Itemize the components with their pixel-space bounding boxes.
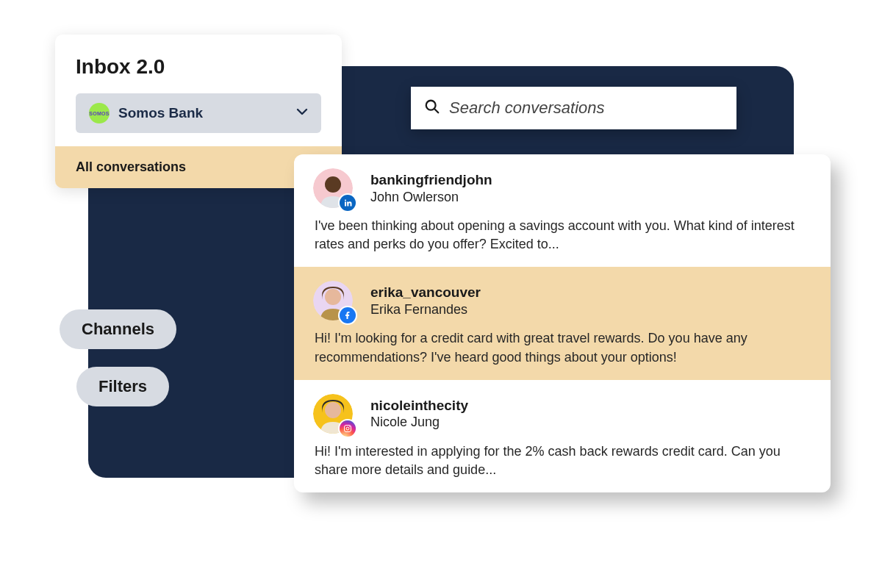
org-selector[interactable]: SOMOS Somos Bank: [76, 93, 321, 133]
chevron-down-icon: [296, 106, 308, 121]
conversation-row[interactable]: nicoleinthecity Nicole Jung Hi! I'm inte…: [294, 380, 831, 492]
conversation-row[interactable]: bankingfriendjohn John Owlerson I've bee…: [294, 154, 831, 267]
org-logo: SOMOS: [89, 103, 110, 123]
avatar-wrap: [313, 281, 353, 320]
conversation-username: erika_vancouver: [370, 284, 481, 301]
conversation-realname: John Owlerson: [370, 189, 492, 206]
search-input[interactable]: [449, 98, 723, 118]
channels-pill[interactable]: Channels: [60, 309, 176, 349]
conversation-realname: Nicole Jung: [370, 414, 468, 431]
svg-point-10: [349, 426, 350, 426]
inbox-title: Inbox 2.0: [55, 55, 342, 93]
search-icon: [424, 98, 440, 118]
conversation-snippet: I've been thinking about opening a savin…: [315, 217, 811, 254]
svg-line-1: [434, 109, 438, 112]
avatar-wrap: [313, 394, 353, 434]
conversation-snippet: Hi! I'm looking for a credit card with g…: [315, 329, 811, 366]
linkedin-icon: [340, 195, 356, 211]
org-name: Somos Bank: [118, 105, 287, 121]
instagram-icon: [340, 420, 356, 437]
conversation-username: bankingfriendjohn: [370, 171, 492, 189]
filters-pill[interactable]: Filters: [76, 367, 169, 406]
conversations-panel: bankingfriendjohn John Owlerson I've bee…: [294, 154, 831, 492]
search-bar[interactable]: [411, 87, 736, 129]
svg-point-5: [325, 289, 341, 305]
svg-point-7: [325, 402, 341, 418]
facebook-icon: [340, 307, 356, 323]
conversation-realname: Erika Fernandes: [370, 301, 481, 318]
conversation-snippet: Hi! I'm interested in applying for the 2…: [315, 442, 811, 479]
avatar-wrap: [313, 168, 353, 208]
svg-point-9: [346, 427, 349, 430]
svg-point-3: [325, 176, 341, 193]
conversation-row[interactable]: erika_vancouver Erika Fernandes Hi! I'm …: [294, 267, 831, 379]
conversation-username: nicoleinthecity: [370, 397, 468, 415]
